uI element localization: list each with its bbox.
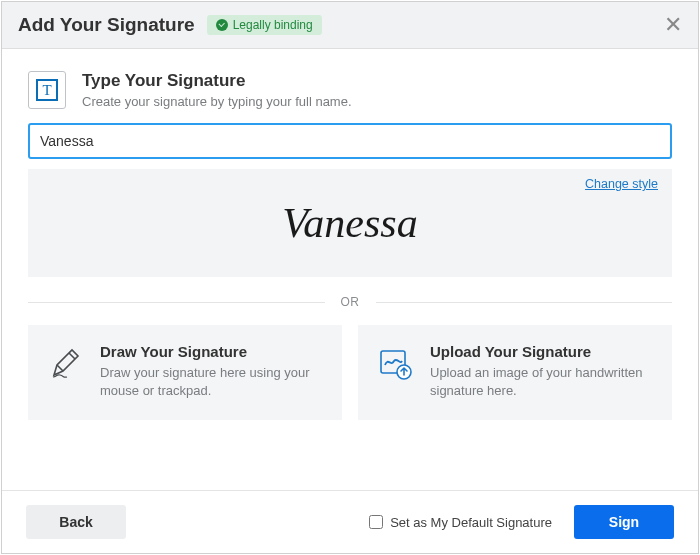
upload-subtitle: Upload an image of your handwritten sign… — [430, 364, 656, 400]
signature-preview: Change style Vanessa — [28, 169, 672, 277]
signature-modal: Add Your Signature Legally binding ✕ T T… — [1, 1, 699, 554]
change-style-link[interactable]: Change style — [585, 177, 658, 191]
signature-name-input[interactable] — [28, 123, 672, 159]
text-cursor-icon: T — [36, 79, 58, 101]
upload-signature-card[interactable]: Upload Your Signature Upload an image of… — [358, 325, 672, 420]
type-signature-title: Type Your Signature — [82, 71, 352, 91]
back-button[interactable]: Back — [26, 505, 126, 539]
sign-button[interactable]: Sign — [574, 505, 674, 539]
or-divider: OR — [28, 295, 672, 309]
type-signature-header: T Type Your Signature Create your signat… — [28, 71, 672, 109]
divider-line — [376, 302, 673, 303]
type-signature-subtitle: Create your signature by typing your ful… — [82, 94, 352, 109]
divider-line — [28, 302, 325, 303]
type-icon: T — [28, 71, 66, 109]
default-signature-label: Set as My Default Signature — [390, 515, 552, 530]
alternative-options: Draw Your Signature Draw your signature … — [28, 325, 672, 420]
upload-title: Upload Your Signature — [430, 343, 656, 360]
draw-signature-card[interactable]: Draw Your Signature Draw your signature … — [28, 325, 342, 420]
draw-title: Draw Your Signature — [100, 343, 326, 360]
close-icon[interactable]: ✕ — [664, 14, 682, 36]
divider-label: OR — [341, 295, 360, 309]
legally-binding-badge: Legally binding — [207, 15, 322, 35]
modal-body: T Type Your Signature Create your signat… — [2, 49, 698, 490]
default-signature-input[interactable] — [369, 515, 383, 529]
modal-footer: Back Set as My Default Signature Sign — [2, 490, 698, 553]
pencil-icon — [46, 343, 84, 400]
modal-title: Add Your Signature — [18, 14, 195, 36]
badge-label: Legally binding — [233, 18, 313, 32]
default-signature-checkbox[interactable]: Set as My Default Signature — [369, 515, 552, 530]
upload-signature-icon — [376, 343, 414, 400]
modal-header: Add Your Signature Legally binding ✕ — [2, 2, 698, 49]
draw-subtitle: Draw your signature here using your mous… — [100, 364, 326, 400]
check-circle-icon — [216, 19, 228, 31]
signature-preview-text: Vanessa — [282, 199, 417, 247]
